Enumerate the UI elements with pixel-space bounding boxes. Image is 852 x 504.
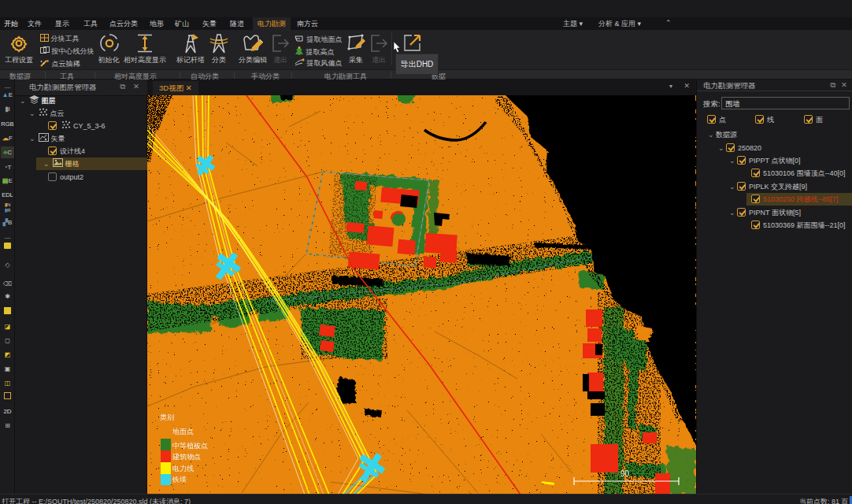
svg-text:建筑物点: 建筑物点 bbox=[172, 453, 201, 461]
svg-text:类别: 类别 bbox=[160, 413, 174, 421]
svg-text:中等植被点: 中等植被点 bbox=[172, 442, 208, 450]
svg-text:电力线: 电力线 bbox=[172, 465, 194, 472]
svg-text:90: 90 bbox=[620, 469, 630, 478]
svg-text:铁塔: 铁塔 bbox=[172, 476, 187, 484]
svg-text:地面点: 地面点 bbox=[172, 428, 194, 435]
